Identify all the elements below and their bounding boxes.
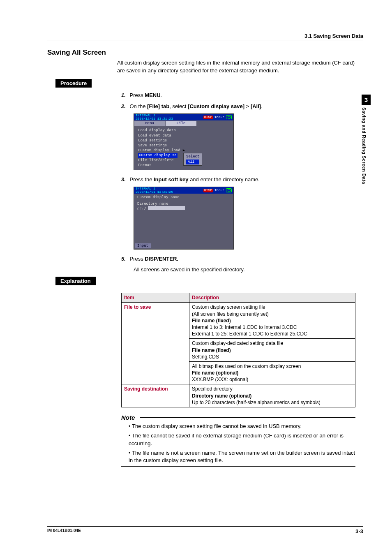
intro-paragraph: All custom display screen setting files … bbox=[117, 59, 363, 75]
submenu: Select All bbox=[183, 153, 202, 165]
chapter-number: 3 bbox=[362, 95, 371, 105]
menu-item[interactable]: Save settings bbox=[138, 143, 229, 148]
chapter-title-vertical: Saving and Reading Screen Data bbox=[362, 105, 367, 184]
directory-input[interactable] bbox=[148, 206, 185, 210]
row-saving-destination: Saving destination bbox=[122, 384, 189, 407]
procedure-label: Procedure bbox=[55, 79, 92, 88]
step-5: 5. Press DISP/ENTER. bbox=[121, 255, 363, 263]
step-1-text: Press MENU. bbox=[129, 92, 162, 98]
step-1: 1. Press MENU. bbox=[121, 92, 363, 99]
ss2-titlebar: INTERNAL 1 2008/12/01 13:21:29 DISP 1hou… bbox=[134, 187, 233, 194]
step-5-note: All screens are saved in the specified d… bbox=[134, 266, 363, 273]
camera-icon bbox=[226, 115, 232, 119]
step-2-num: 2. bbox=[121, 103, 126, 109]
tab-file[interactable]: File bbox=[166, 121, 196, 126]
menu-item[interactable]: Load display data bbox=[138, 128, 229, 133]
th-desc: Description bbox=[189, 293, 355, 303]
note-rule bbox=[140, 417, 355, 418]
input-softkey[interactable]: Input bbox=[135, 243, 151, 248]
note-bottom-rule bbox=[121, 466, 355, 467]
screenshot-file-menu: INTERNAL 1 2008/12/01 13:21:23 DISP 1hou… bbox=[134, 113, 234, 170]
explanation-label: Explanation bbox=[55, 277, 96, 285]
ss2-body: Custom display save Directory name CF:/ … bbox=[134, 194, 233, 249]
ss1-tabs: Menu File bbox=[134, 120, 233, 126]
step-5-num: 5. bbox=[121, 256, 126, 262]
header-section-ref: 3.1 Saving Screen Data bbox=[47, 33, 363, 39]
step-2-text: On the [File] tab, select [Custom displa… bbox=[129, 103, 262, 109]
section-title: Saving All Screen bbox=[47, 49, 363, 57]
camera-icon bbox=[226, 188, 232, 192]
disp-badge-icon: DISP bbox=[203, 116, 213, 119]
th-item: Item bbox=[122, 293, 189, 303]
step-5-text: Press DISP/ENTER. bbox=[129, 256, 178, 262]
note-title: Note bbox=[121, 414, 135, 421]
step-3: 3. Press the Input soft key and enter th… bbox=[121, 176, 363, 184]
step-1-num: 1. bbox=[121, 92, 126, 98]
step-3-text: Press the Input soft key and enter the d… bbox=[129, 176, 259, 183]
disp-badge-icon: DISP bbox=[203, 189, 213, 192]
footer-page-number: 3-3 bbox=[355, 528, 363, 534]
submenu-item[interactable]: Select bbox=[186, 154, 199, 159]
arrow-right-icon: ▶ bbox=[183, 148, 185, 153]
ss1-titlebar: INTERNAL 1 2008/12/01 13:21:23 DISP 1hou… bbox=[134, 114, 233, 120]
menu-item[interactable]: Load event data bbox=[138, 133, 229, 138]
page-footer: IM 04L41B01-04E 3-3 bbox=[47, 526, 363, 534]
menu-item[interactable]: Load settings bbox=[138, 138, 229, 143]
screenshot-directory-input: INTERNAL 1 2008/12/01 13:21:29 DISP 1hou… bbox=[134, 187, 234, 250]
note-item: The file cannot be saved if no external … bbox=[129, 432, 355, 448]
tab-menu[interactable]: Menu bbox=[134, 121, 165, 126]
submenu-item-selected[interactable]: All bbox=[186, 160, 199, 164]
step-2: 2. On the [File] tab, select [Custom dis… bbox=[121, 103, 363, 111]
note-item: The file name is not a screen name. The … bbox=[129, 449, 355, 465]
header-rule bbox=[47, 41, 363, 41]
note-item: The custom display screen setting file c… bbox=[129, 423, 355, 430]
step-3-num: 3. bbox=[121, 176, 126, 183]
ss2-header: Custom display save bbox=[137, 195, 230, 199]
explanation-table: Item Description File to save Custom dis… bbox=[121, 293, 355, 407]
note-block: Note The custom display screen setting f… bbox=[121, 414, 355, 467]
footer-doc-id: IM 04L41B01-04E bbox=[47, 528, 81, 534]
menu-item[interactable]: Custom display load▶ bbox=[138, 148, 229, 153]
directory-label: Directory name bbox=[137, 202, 230, 206]
ss1-body: Load display data Load event data Load s… bbox=[134, 126, 233, 169]
row-file-to-save: File to save bbox=[122, 303, 189, 339]
side-tab: 3 Saving and Reading Screen Data bbox=[362, 95, 371, 184]
directory-row: CF:/ bbox=[137, 206, 230, 211]
